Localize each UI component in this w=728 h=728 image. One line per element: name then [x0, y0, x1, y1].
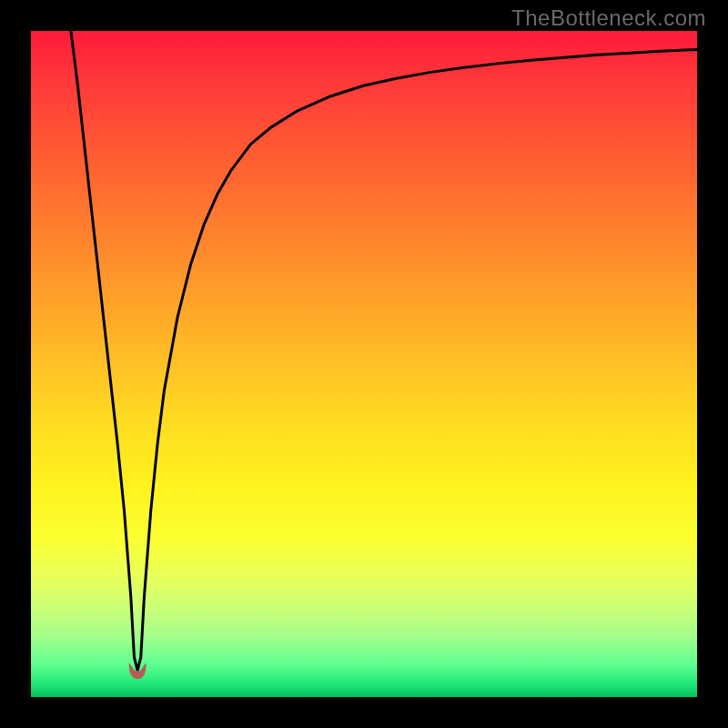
chart-frame: TheBottleneck.com — [0, 0, 728, 728]
watermark-text: TheBottleneck.com — [511, 5, 706, 31]
plot-area — [31, 31, 697, 697]
bottleneck-curve — [71, 31, 697, 671]
curve-layer — [31, 31, 697, 697]
